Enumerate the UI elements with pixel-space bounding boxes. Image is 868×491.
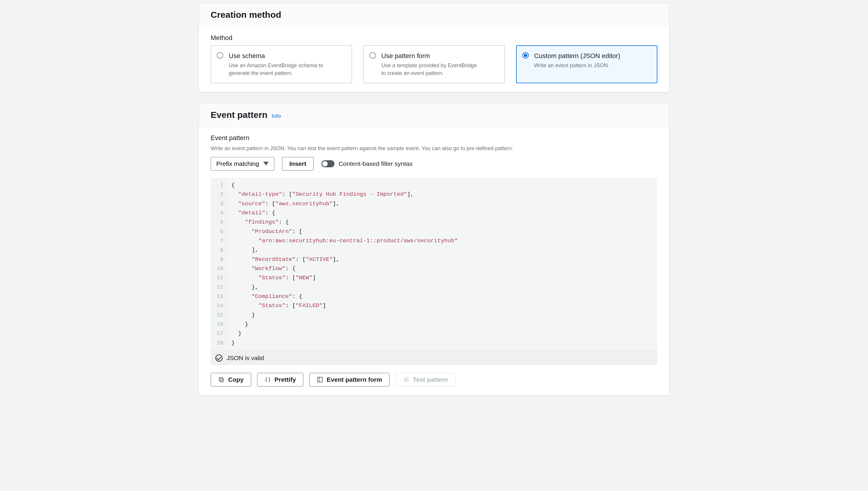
gear-icon [403,376,410,383]
test-pattern-button[interactable]: Test pattern [395,373,456,386]
prefix-matching-select[interactable]: Prefix matching [211,157,274,171]
test-pattern-button-label: Test pattern [413,376,448,383]
method-label: Method [211,34,657,42]
event-pattern-desc: Write an event pattern in JSON. You can … [211,145,657,152]
braces-icon [264,376,271,383]
creation-method-title: Creation method [211,10,281,20]
event-pattern-title: Event pattern [211,110,268,120]
method-options: Use schema Use an Amazon EventBridge sch… [211,45,657,83]
method-option-desc: Use an Amazon EventBridge schema to gene… [229,62,330,77]
json-status-text: JSON is valid [227,354,264,362]
method-option-use-pattern-form[interactable]: Use pattern form Use a template provided… [363,45,505,83]
creation-method-panel: Creation method Method Use schema Use an… [198,3,670,92]
method-option-title: Use schema [229,52,330,60]
creation-method-header: Creation method [199,3,669,27]
json-status-row: JSON is valid [211,351,657,365]
method-option-title: Use pattern form [381,52,482,60]
code-area[interactable]: { "detail-type": ["Security Hub Findings… [227,178,657,351]
info-link[interactable]: Info [272,113,281,119]
event-pattern-form-button-label: Event pattern form [327,376,382,383]
select-value: Prefix matching [216,160,259,167]
json-editor[interactable]: 123456789101112131415161718 { "detail-ty… [211,178,657,365]
copy-button[interactable]: Copy [211,373,251,386]
event-pattern-label: Event pattern [211,134,657,142]
copy-icon [218,376,225,383]
toggle-label: Content-based filter syntax [339,160,413,167]
svg-rect-1 [219,378,222,381]
event-pattern-panel: Event pattern Info Event pattern Write a… [198,103,670,396]
event-pattern-header: Event pattern Info [199,103,669,127]
svg-point-4 [405,379,407,380]
layout-icon [317,376,323,383]
content-filter-toggle[interactable]: Content-based filter syntax [321,160,413,167]
check-circle-icon [215,354,222,362]
radio-icon [217,52,223,59]
svg-rect-2 [317,377,323,382]
method-option-title: Custom pattern (JSON editor) [534,52,620,60]
toggle-icon [321,160,334,167]
method-option-desc: Write an event pattern in JSON. [534,62,620,69]
chevron-down-icon [263,162,269,166]
prettify-button[interactable]: Prettify [257,373,303,386]
event-pattern-form-button[interactable]: Event pattern form [309,373,390,386]
insert-button[interactable]: Insert [282,157,314,171]
method-option-use-schema[interactable]: Use schema Use an Amazon EventBridge sch… [211,45,352,83]
prettify-button-label: Prettify [275,376,296,383]
method-option-custom-pattern[interactable]: Custom pattern (JSON editor) Write an ev… [516,45,657,83]
radio-icon [522,52,529,59]
line-number-gutter: 123456789101112131415161718 [211,178,227,351]
svg-rect-0 [220,378,223,382]
copy-button-label: Copy [228,376,244,383]
method-option-desc: Use a template provided by EventBridge t… [381,62,482,77]
insert-button-label: Insert [289,160,306,167]
radio-icon [369,52,376,59]
